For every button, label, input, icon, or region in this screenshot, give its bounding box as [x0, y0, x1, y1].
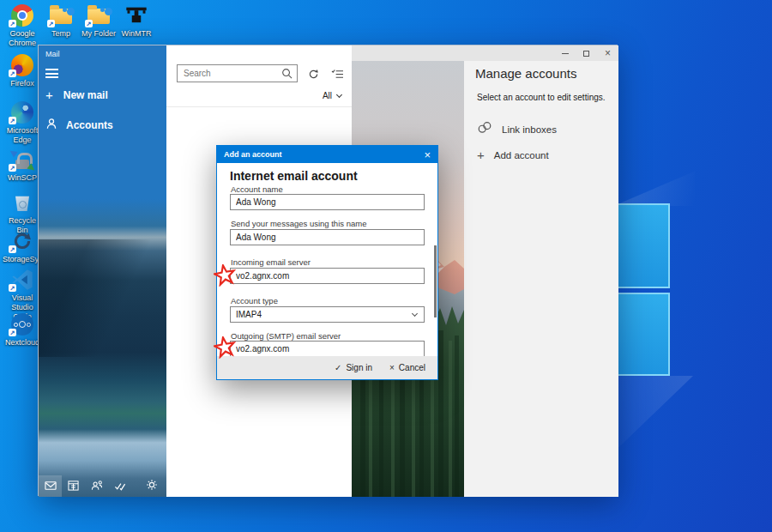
nextcloud-icon: ↗	[10, 312, 34, 336]
people-tab-button[interactable]	[85, 475, 108, 497]
link-inboxes-label: Link inboxes	[502, 124, 557, 135]
todo-tab-button[interactable]	[108, 475, 131, 497]
shortcut-arrow-icon: ↗	[9, 20, 16, 27]
desktop-icon-label: Google Chrome	[3, 29, 42, 48]
add-account-dialog: Add an account × Internet email account …	[216, 145, 438, 380]
edge-icon: ↗	[10, 100, 34, 124]
account-name-input[interactable]	[230, 194, 425, 210]
calendar-icon	[68, 479, 79, 494]
panel-subtitle: Select an account to edit settings.	[477, 93, 606, 102]
gear-icon	[146, 479, 158, 494]
hamburger-menu-icon[interactable]	[45, 69, 58, 78]
desktop-icon-my-folder[interactable]: ↗ My Folder	[79, 3, 118, 39]
display-name-label: Send your messages using this name	[231, 219, 366, 228]
dialog-scrollbar[interactable]	[434, 245, 437, 317]
incoming-server-label: Incoming email server	[231, 257, 311, 267]
account-name-label: Account name	[231, 184, 283, 194]
new-mail-label: New mail	[63, 89, 108, 101]
select-mode-icon[interactable]	[329, 66, 345, 82]
desktop-icon-microsoft-edge[interactable]: ↗ Microsoft Edge	[3, 100, 42, 145]
double-check-icon	[114, 479, 126, 494]
list-divider	[166, 106, 352, 107]
winmtr-icon	[124, 3, 148, 27]
plus-icon: +	[477, 148, 485, 161]
link-inboxes-button[interactable]: Link inboxes	[477, 121, 557, 137]
recycle-bin-icon	[10, 190, 34, 215]
manage-accounts-panel: Manage accounts Select an account to edi…	[464, 61, 618, 497]
add-account-button[interactable]: + Add account	[477, 148, 549, 161]
refresh-icon[interactable]	[305, 66, 321, 82]
cancel-button[interactable]: × Cancel	[389, 363, 425, 372]
accounts-button[interactable]: Accounts	[45, 118, 113, 133]
filter-all-dropdown[interactable]: All	[323, 91, 341, 100]
desktop-icon-storagesync[interactable]: ↗ StorageSync	[3, 229, 42, 264]
folder-icon: ↗	[49, 3, 73, 27]
desktop-icon-label: My Folder	[79, 29, 118, 39]
desktop-icon-winscp[interactable]: ↗ WinSCP	[3, 148, 42, 183]
storagesync-icon: ↗	[10, 229, 34, 253]
windows-logo-pane	[617, 293, 670, 376]
search-icon[interactable]	[281, 68, 297, 79]
annotation-star-incoming	[214, 264, 236, 287]
mail-sidebar: Mail + New mail Accounts	[39, 45, 166, 497]
cross-icon: ×	[389, 363, 395, 372]
titlebar: ×	[352, 45, 618, 61]
new-mail-button[interactable]: + New mail	[45, 88, 108, 101]
vscode-icon: ↗	[10, 268, 34, 292]
shortcut-arrow-icon: ↗	[9, 245, 16, 253]
search-box	[177, 64, 298, 82]
sidebar-bottom-toolbar	[39, 475, 166, 497]
desktop-icon-label: StorageSync	[3, 255, 42, 264]
desktop-icon-temp[interactable]: ↗ Temp	[41, 3, 81, 39]
cancel-label: Cancel	[399, 363, 425, 372]
maximize-button[interactable]	[576, 45, 597, 61]
chain-link-icon	[477, 121, 492, 137]
desktop-icon-label: WinMTR	[117, 29, 156, 39]
add-account-label: Add account	[494, 150, 549, 160]
minimize-button[interactable]	[554, 45, 576, 61]
desktop-icon-firefox[interactable]: ↗ Firefox	[3, 53, 42, 88]
firefox-icon: ↗	[10, 53, 34, 77]
desktop-icon-nextcloud[interactable]: ↗ Nextcloud	[3, 312, 42, 348]
desktop-icon-google-chrome[interactable]: ↗ Google Chrome	[3, 3, 42, 48]
desktop-icon-recycle-bin[interactable]: Recycle Bin	[3, 190, 42, 235]
envelope-icon	[45, 479, 57, 494]
sign-in-button[interactable]: ✓ Sign in	[335, 363, 372, 372]
shortcut-arrow-icon: ↗	[9, 329, 16, 336]
desktop-icon-label: WinSCP	[3, 173, 42, 183]
annotation-star-outgoing	[214, 336, 236, 359]
outgoing-server-label: Outgoing (SMTP) email server	[231, 331, 341, 341]
calendar-tab-button[interactable]	[62, 475, 85, 497]
desktop-icon-label: Firefox	[3, 79, 42, 88]
window-title: Mail	[45, 50, 60, 58]
dialog-title: Add an account	[224, 150, 424, 159]
shortcut-arrow-icon: ↗	[85, 20, 93, 27]
shortcut-arrow-icon: ↗	[9, 164, 16, 172]
chevron-down-icon	[336, 91, 342, 97]
close-button[interactable]: ×	[597, 45, 618, 61]
shortcut-arrow-icon: ↗	[9, 284, 16, 292]
desktop-icon-label: Nextcloud	[3, 338, 42, 348]
filter-all-value: All	[323, 91, 332, 100]
settings-tab-button[interactable]	[140, 475, 163, 497]
person-icon	[45, 118, 57, 133]
account-type-label: Account type	[231, 296, 278, 305]
dialog-close-icon[interactable]: ×	[424, 149, 431, 160]
incoming-server-input[interactable]	[230, 268, 425, 284]
shortcut-arrow-icon: ↗	[9, 117, 16, 124]
desktop-icon-winmtr[interactable]: WinMTR	[117, 3, 156, 39]
display-name-input[interactable]	[230, 229, 425, 245]
panel-title: Manage accounts	[475, 66, 576, 81]
chrome-icon: ↗	[10, 3, 34, 27]
outgoing-server-input[interactable]	[230, 341, 425, 357]
mail-tab-button[interactable]	[39, 475, 62, 497]
close-icon: ×	[605, 48, 611, 58]
search-input[interactable]	[178, 69, 281, 78]
sign-in-label: Sign in	[346, 363, 372, 372]
minimize-icon	[562, 53, 569, 54]
shortcut-arrow-icon: ↗	[9, 70, 16, 77]
desktop-icon-label: Temp	[41, 29, 81, 39]
folder-icon: ↗	[87, 3, 111, 27]
account-type-select[interactable]: IMAP4	[230, 306, 425, 323]
people-icon	[91, 479, 103, 494]
